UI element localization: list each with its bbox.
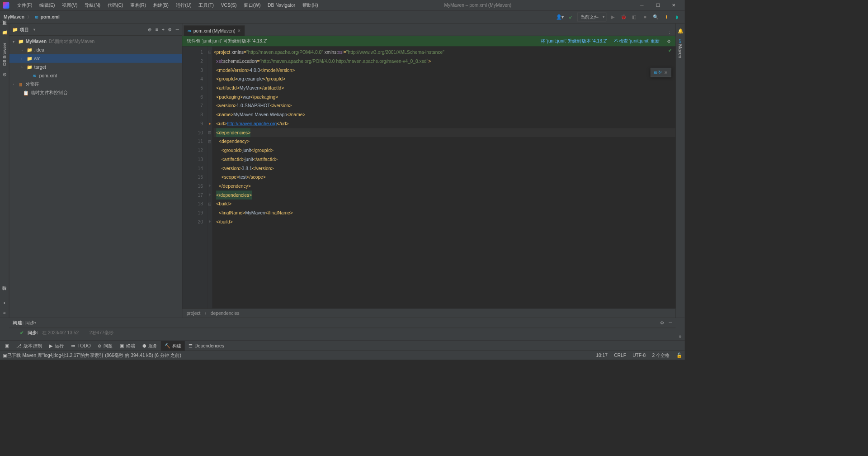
banner-action-upgrade[interactable]: 将 'junit:junit' 升级到版本 '4.13.2' xyxy=(541,38,607,44)
tree-item-target[interactable]: ›📁 target xyxy=(9,63,182,71)
project-tool-window: 📁 项目 ⊕ ≡ ÷ ⚙ ─ ▾📁 MyMaven D:\面向对象\MyMave… xyxy=(9,24,183,318)
inspection-ok-icon[interactable]: ✔ xyxy=(668,48,672,53)
run-button[interactable]: ▶ xyxy=(609,13,617,21)
menu-dbnav[interactable]: DB Navigator xyxy=(264,0,299,10)
tree-item-src[interactable]: ›📁 src xyxy=(9,54,182,63)
hide-panel-icon[interactable]: ─ xyxy=(176,27,179,32)
tool-tab-run[interactable]: ▶ 运行 xyxy=(46,341,67,351)
update-icon[interactable]: ⬆ xyxy=(662,13,670,21)
breadcrumb: MyMaven 〉 m pom.xml xyxy=(4,14,60,20)
banner-settings-icon[interactable]: ⚙ xyxy=(667,38,671,44)
app-logo xyxy=(3,2,9,8)
editor-area: m pom.xml (MyMaven) ✕ ⋮ 软件包 'junit:junit… xyxy=(182,24,675,318)
close-button[interactable]: ✕ xyxy=(666,0,682,10)
vcs-update-icon[interactable]: ↙ xyxy=(566,13,575,21)
tree-external-libs[interactable]: ›⫼ 外部库 xyxy=(9,80,182,89)
tool-tab-deps[interactable]: ☰ Dependencies xyxy=(185,341,228,351)
maven-reload-popup: m↻ ✕ xyxy=(651,68,671,77)
status-eol[interactable]: CRLF xyxy=(614,353,626,358)
code-content[interactable]: <project xmlns="http://maven.apache.org/… xyxy=(212,47,675,309)
stop-button[interactable]: ■ xyxy=(641,13,649,21)
status-message-icon: ▣ xyxy=(3,353,7,358)
settings-icon[interactable]: ⚙ xyxy=(168,27,172,32)
minimize-button[interactable]: ─ xyxy=(634,0,650,10)
window-title: MyMaven – pom.xml (MyMaven) xyxy=(322,3,634,8)
project-panel-title[interactable]: 📁 项目 xyxy=(12,26,35,33)
run-config-dropdown[interactable]: 当前文件 xyxy=(577,13,607,22)
select-opened-file-icon[interactable]: ⊕ xyxy=(148,27,152,32)
code-with-me-icon[interactable]: ◗ xyxy=(673,13,681,21)
commit-icon[interactable]: ⊙ xyxy=(2,71,8,77)
banner-action-ignore[interactable]: 不检查 'junit:junit' 更新 xyxy=(614,38,660,44)
breadcrumb-file[interactable]: pom.xml xyxy=(41,14,60,20)
menu-window[interactable]: 窗口(W) xyxy=(240,0,264,10)
search-icon[interactable]: 🔍 xyxy=(651,13,660,21)
editor-breadcrumbs: project › dependencies xyxy=(182,309,675,318)
build-settings-icon[interactable]: ⚙ xyxy=(660,320,664,326)
fold-gutter[interactable]: ⊟ ●⊟⊟ ⊦⊦⊟⊦ xyxy=(207,47,212,309)
right-tab-maven[interactable]: mMaven xyxy=(677,36,684,62)
menu-edit[interactable]: 编辑(E) xyxy=(36,0,58,10)
code-editor[interactable]: 12345678910 11121314151617181920 ⊟ ●⊟⊟ ⊦… xyxy=(182,47,675,309)
build-title: 构建: xyxy=(13,320,24,326)
menu-vcs[interactable]: VCS(S) xyxy=(217,0,241,10)
maven-icon: m xyxy=(188,28,191,34)
bookmarks-icon[interactable]: ▪ xyxy=(2,300,8,306)
tree-root[interactable]: ▾📁 MyMaven D:\面向对象\MyMaven xyxy=(9,37,182,46)
collapse-all-icon[interactable]: ÷ xyxy=(162,27,165,32)
menu-view[interactable]: 视图(V) xyxy=(58,0,81,10)
status-position[interactable]: 10:17 xyxy=(596,353,608,358)
status-indent[interactable]: 2 个空格 xyxy=(652,352,670,358)
tree-item-idea[interactable]: ›📁 .idea xyxy=(9,46,182,54)
left-tab-structure[interactable]: 结构 xyxy=(1,290,9,298)
tool-tab-problems[interactable]: ⊘ 问题 xyxy=(94,341,117,351)
status-readonly-icon[interactable]: 🔓 xyxy=(676,353,682,358)
user-icon[interactable]: 👤▾ xyxy=(556,13,564,21)
tab-pom[interactable]: m pom.xml (MyMaven) ✕ xyxy=(184,25,245,36)
status-encoding[interactable]: UTF-8 xyxy=(632,353,646,358)
tab-options-icon[interactable]: ⋮ xyxy=(667,30,672,36)
notifications-icon[interactable]: 🔔 xyxy=(678,28,684,34)
tool-tab-square[interactable]: ▣ xyxy=(1,341,13,351)
main-area: 📁项目 DB Browser ⊙ 结构 ▪ » 📁 项目 ⊕ ≡ ÷ ⚙ ─ ▾… xyxy=(0,24,685,318)
menu-refactor[interactable]: 重构(R) xyxy=(127,0,150,10)
right-tool-stripe: 🔔 mMaven xyxy=(675,24,685,318)
sync-status-row[interactable]: ✔ 同步: 在 2023/4/2 13:52 2秒477毫秒 xyxy=(9,328,676,337)
coverage-button[interactable]: ◧ xyxy=(630,13,638,21)
debug-button[interactable]: 🐞 xyxy=(619,13,628,21)
menu-build[interactable]: 构建(B) xyxy=(150,0,172,10)
menu-run[interactable]: 运行(U) xyxy=(172,0,195,10)
left-tab-project[interactable]: 📁项目 xyxy=(0,25,8,39)
tool-tab-vcs[interactable]: ⎇ 版本控制 xyxy=(13,341,46,351)
tree-item-pom[interactable]: m pom.xml xyxy=(9,71,182,80)
more-tools-icon[interactable]: » xyxy=(679,334,682,339)
close-tab-icon[interactable]: ✕ xyxy=(237,28,241,33)
menu-file[interactable]: 文件(F) xyxy=(14,0,36,10)
menu-code[interactable]: 代码(C) xyxy=(104,0,127,10)
chevron-down-icon: ▾ xyxy=(34,321,36,325)
tool-tab-terminal[interactable]: ▣ 终端 xyxy=(116,341,139,351)
build-tab-sync[interactable]: 同步 xyxy=(25,320,35,326)
popup-close-icon[interactable]: ✕ xyxy=(664,70,668,75)
build-hide-icon[interactable]: ─ xyxy=(669,320,672,326)
menu-help[interactable]: 帮助(H) xyxy=(299,0,322,10)
tool-tab-todo[interactable]: ≔ TODO xyxy=(67,341,94,351)
left-tab-db-browser[interactable]: DB Browser xyxy=(1,39,8,69)
left-tool-stripe: 📁项目 DB Browser ⊙ 结构 ▪ » xyxy=(0,24,9,318)
project-panel-header: 📁 项目 ⊕ ≡ ÷ ⚙ ─ xyxy=(9,24,182,36)
tool-tab-build[interactable]: 🔨 构建 xyxy=(161,341,185,351)
tree-scratches[interactable]: 📋 临时文件和控制台 xyxy=(9,89,182,97)
maximize-button[interactable]: ☐ xyxy=(650,0,666,10)
project-tree: ▾📁 MyMaven D:\面向对象\MyMaven ›📁 .idea ›📁 s… xyxy=(9,36,182,318)
menu-tools[interactable]: 工具(T) xyxy=(195,0,217,10)
more-icon[interactable]: » xyxy=(2,310,8,316)
maven-reload-icon[interactable]: m↻ xyxy=(654,70,661,76)
expand-all-icon[interactable]: ≡ xyxy=(156,27,158,32)
crumb-dependencies[interactable]: dependencies xyxy=(211,310,240,316)
breadcrumb-root[interactable]: MyMaven xyxy=(4,14,24,20)
tool-tab-services[interactable]: ⬢ 服务 xyxy=(139,341,161,351)
status-bar: ▣ 已下载 Maven 库"log4j:log4j:1.2.17"的共享索引 (… xyxy=(0,351,685,360)
menu-navigate[interactable]: 导航(N) xyxy=(81,0,104,10)
line-number-gutter: 12345678910 11121314151617181920 xyxy=(182,47,207,309)
crumb-project[interactable]: project xyxy=(187,310,201,316)
